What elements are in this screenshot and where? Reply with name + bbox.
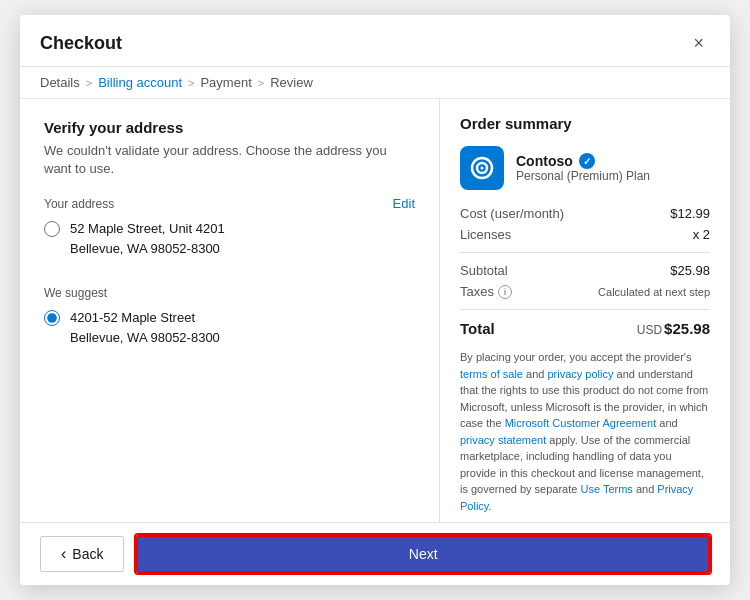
breadcrumb-payment[interactable]: Payment [200,75,251,90]
product-icon [460,146,504,190]
modal-header: Checkout × [20,15,730,67]
modal-overlay: Checkout × Details > Billing account > P… [0,0,750,600]
taxes-line: Taxes i Calculated at next step [460,284,710,299]
product-plan: Personal (Premium) Plan [516,169,710,183]
your-address-block: Your address Edit 52 Maple Street, Unit … [44,196,415,270]
cost-label: Cost (user/month) [460,206,564,221]
divider-2 [460,309,710,310]
verified-badge-icon: ✓ [579,153,595,169]
taxes-value: Calculated at next step [598,286,710,298]
your-address-line2: Bellevue, WA 98052-8300 [70,239,225,259]
modal-title: Checkout [40,33,122,54]
your-address-label-row: Your address Edit [44,196,415,211]
breadcrumb-sep-2: > [188,77,194,89]
breadcrumb-details[interactable]: Details [40,75,80,90]
subtotal-line: Subtotal $25.98 [460,263,710,278]
subtotal-value: $25.98 [670,263,710,278]
suggested-address-option[interactable]: 4201-52 Maple Street Bellevue, WA 98052-… [44,308,415,347]
next-button[interactable]: Next [136,535,710,573]
section-title: Verify your address [44,119,415,136]
subtotal-label: Subtotal [460,263,508,278]
your-address-text: 52 Maple Street, Unit 4201 Bellevue, WA … [70,219,225,258]
suggested-address-block: We suggest 4201-52 Maple Street Bellevue… [44,286,415,359]
left-panel: Verify your address We couldn't validate… [20,99,440,522]
total-label: Total [460,320,495,337]
suggested-address-line1: 4201-52 Maple Street [70,308,220,328]
cost-value: $12.99 [670,206,710,221]
product-name: Contoso ✓ [516,153,710,169]
breadcrumb-sep-1: > [86,77,92,89]
taxes-info-icon[interactable]: i [498,285,512,299]
your-address-label: Your address [44,197,114,211]
mca-link[interactable]: Microsoft Customer Agreement [505,417,657,429]
taxes-label-group: Taxes i [460,284,512,299]
your-address-line1: 52 Maple Street, Unit 4201 [70,219,225,239]
use-terms-link[interactable]: Use Terms [580,483,632,495]
legal-text: By placing your order, you accept the pr… [460,349,710,514]
back-label: Back [72,546,103,562]
product-info: Contoso ✓ Personal (Premium) Plan [516,153,710,183]
section-desc: We couldn't validate your address. Choos… [44,142,415,178]
product-row: Contoso ✓ Personal (Premium) Plan [460,146,710,190]
suggested-address-text: 4201-52 Maple Street Bellevue, WA 98052-… [70,308,220,347]
privacy-statement-link[interactable]: privacy statement [460,434,546,446]
total-value: USD$25.98 [637,320,710,337]
your-address-option[interactable]: 52 Maple Street, Unit 4201 Bellevue, WA … [44,219,415,258]
licenses-line: Licenses x 2 [460,227,710,242]
breadcrumb-review[interactable]: Review [270,75,313,90]
breadcrumb-billing-account[interactable]: Billing account [98,75,182,90]
suggested-address-line2: Bellevue, WA 98052-8300 [70,328,220,348]
privacy-policy-link-2[interactable]: Privacy Policy [460,483,693,512]
edit-link[interactable]: Edit [393,196,415,211]
divider-1 [460,252,710,253]
close-button[interactable]: × [687,31,710,56]
cost-line: Cost (user/month) $12.99 [460,206,710,221]
taxes-label-text: Taxes [460,284,494,299]
breadcrumb: Details > Billing account > Payment > Re… [20,67,730,99]
footer: ‹ Back Next [20,522,730,585]
order-summary-title: Order summary [460,115,710,132]
total-row: Total USD$25.98 [460,320,710,337]
privacy-policy-link-1[interactable]: privacy policy [547,368,613,380]
total-amount: $25.98 [664,320,710,337]
suggested-address-radio[interactable] [44,310,60,326]
checkout-modal: Checkout × Details > Billing account > P… [20,15,730,585]
back-chevron-icon: ‹ [61,545,66,563]
total-currency: USD [637,323,662,337]
licenses-value: x 2 [693,227,710,242]
right-panel: Order summary Contoso ✓ [440,99,730,522]
your-address-radio[interactable] [44,221,60,237]
breadcrumb-sep-3: > [258,77,264,89]
svg-point-2 [481,167,484,170]
terms-of-sale-link[interactable]: terms of sale [460,368,523,380]
back-button[interactable]: ‹ Back [40,536,124,572]
suggest-label: We suggest [44,286,415,300]
licenses-label: Licenses [460,227,511,242]
modal-body: Verify your address We couldn't validate… [20,99,730,522]
contoso-logo-icon [468,154,496,182]
